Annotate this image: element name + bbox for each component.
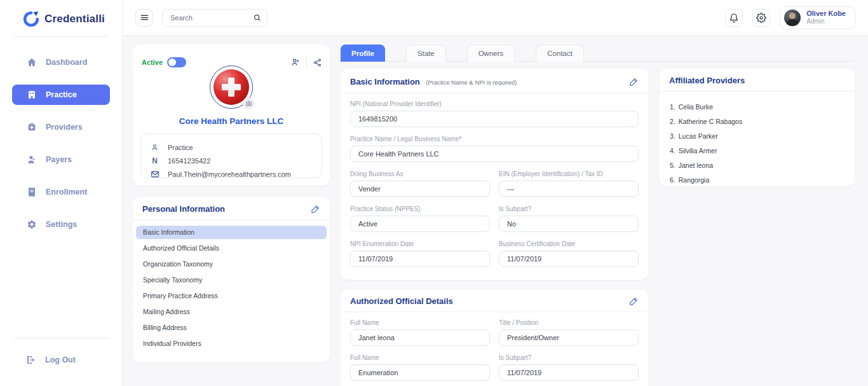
active-toggle[interactable]	[167, 57, 186, 67]
provider-number: 4.	[670, 147, 675, 155]
avatar	[784, 10, 801, 26]
envelope-icon	[150, 170, 159, 179]
affiliated-providers-title: Affiliated Providers	[669, 76, 745, 85]
brand-logo: Credentialli	[0, 0, 122, 27]
npi-icon: N	[150, 156, 159, 165]
practice-icon	[26, 90, 37, 100]
ein-label: EIN (Employer Identification) / Tax ID	[499, 170, 639, 177]
authorized-official-details-title: Authorized Official Details	[350, 296, 453, 306]
basic-information-subtitle: (Practice Name & NPI is required)	[426, 79, 517, 86]
search-icon	[253, 13, 262, 22]
practice-status-label: Practice Status (NPPES)	[350, 205, 490, 212]
settings-button[interactable]	[752, 9, 770, 27]
hamburger-menu-button[interactable]	[135, 9, 153, 27]
list-item-primary-practice-address[interactable]: Primary Practice Address	[136, 289, 327, 303]
sidebar-item-label: Practice	[46, 90, 77, 99]
dba-label: Doing Business As	[350, 170, 490, 177]
list-item-basic-information[interactable]: Basic Information	[136, 226, 327, 239]
person-icon	[150, 143, 159, 151]
practice-name: Core Health Partners LLC	[133, 116, 330, 126]
logout-label: Log Out	[45, 355, 76, 364]
notifications-button[interactable]	[725, 9, 743, 27]
search-input[interactable]	[162, 9, 268, 27]
title-position-label: Title / Position	[499, 319, 639, 326]
practice-type-row: Practice	[150, 141, 322, 154]
dba-field[interactable]	[350, 181, 490, 197]
sidebar-item-label: Settings	[46, 220, 77, 229]
list-item-billing-address[interactable]: Billing Address	[136, 321, 327, 334]
list-item-individual-providers[interactable]: Individual Providers	[136, 337, 327, 350]
provider-number: 6.	[670, 176, 675, 184]
tab-state[interactable]: State	[406, 45, 446, 62]
add-person-icon[interactable]	[290, 57, 301, 67]
npi-label: NPI (National Provider Identifier)	[350, 100, 639, 107]
sidebar-item-providers[interactable]: Providers	[12, 117, 110, 137]
user-name: Oliver Kobe	[806, 10, 846, 18]
bell-icon	[729, 13, 739, 23]
personal-info-list: Basic Information Authorized Official De…	[133, 220, 330, 359]
sidebar-item-dashboard[interactable]: Dashboard	[12, 52, 110, 72]
camera-icon[interactable]	[243, 97, 255, 109]
is-subpart-2-field[interactable]	[499, 364, 639, 381]
search-bar	[162, 9, 268, 27]
sidebar-item-label: Dashboard	[46, 58, 87, 67]
user-role: Admin	[806, 18, 846, 25]
document-icon	[26, 187, 37, 198]
practice-name-field[interactable]	[350, 146, 639, 162]
authorized-official-details-card: Authorized Official Details Full Name Ti…	[341, 289, 648, 386]
logout-icon	[26, 355, 36, 365]
medical-bag-icon	[26, 122, 37, 133]
affiliated-providers-card: Affiliated Providers 1. Celia Burke 2. K…	[660, 69, 855, 186]
provider-name: Janet leona	[679, 162, 713, 169]
full-name-field[interactable]	[350, 329, 490, 346]
personal-information-title: Personal Information	[142, 204, 225, 214]
provider-name: Silvilia Armer	[679, 147, 717, 155]
ein-field[interactable]	[499, 181, 639, 197]
sidebar-nav: Dashboard Practice Providers Payers	[0, 52, 122, 235]
tab-bar: Profile State Owners Contact	[341, 45, 584, 62]
npi-field[interactable]	[350, 111, 639, 127]
edit-icon[interactable]	[629, 77, 639, 86]
tab-contact[interactable]: Contact	[536, 45, 584, 62]
practice-npi-row: N 16541235422	[150, 154, 322, 167]
list-item: 2. Katherine C Rabagos	[670, 114, 844, 128]
share-icon[interactable]	[313, 58, 322, 67]
npi-enumeration-date-label: NPI Enumeration Date	[350, 240, 490, 247]
sidebar-item-settings[interactable]: Settings	[12, 214, 110, 235]
practice-logo	[210, 65, 253, 109]
edit-icon[interactable]	[311, 204, 320, 214]
provider-number: 3.	[670, 132, 675, 140]
basic-information-card: Basic Information (Practice Name & NPI i…	[341, 69, 648, 280]
business-certification-date-label: Business Certification Date	[499, 240, 639, 247]
full-name-label: Full Name	[350, 319, 490, 326]
affiliated-providers-list: 1. Celia Burke 2. Katherine C Rabagos 3.…	[660, 92, 855, 195]
header-actions: Oliver Kobe Admin	[725, 6, 855, 29]
business-certification-date-field[interactable]	[499, 251, 639, 267]
gear-icon	[756, 13, 766, 23]
tab-owners[interactable]: Owners	[467, 45, 515, 62]
full-name-2-label: Full Name	[350, 354, 490, 361]
list-item-specialty-taxonomy[interactable]: Specialty Taxonomy	[136, 273, 327, 287]
sidebar-item-practice[interactable]: Practice	[12, 85, 110, 105]
tab-profile[interactable]: Profile	[341, 45, 385, 62]
list-item-authorized-official-details[interactable]: Authorized Official Details	[136, 242, 327, 255]
list-item-organization-taxonomy[interactable]: Organization Taxonomy	[136, 258, 327, 271]
list-item-mailing-address[interactable]: Mailing Address	[136, 305, 327, 319]
brand-logo-icon	[23, 11, 39, 27]
edit-icon[interactable]	[629, 296, 639, 306]
npi-enumeration-date-field[interactable]	[350, 251, 490, 267]
practice-name-label: Practice Name / Legal Business Name*	[350, 135, 639, 142]
practice-info-box: Practice N 16541235422 Paul.Thein@mycore…	[140, 134, 322, 178]
is-subpart-2-label: Is Subpart?	[499, 354, 639, 361]
practice-status-field[interactable]	[350, 216, 490, 232]
sidebar-divider	[14, 36, 108, 37]
is-subpart-field[interactable]	[499, 216, 639, 232]
title-position-field[interactable]	[499, 329, 639, 346]
sidebar-item-enrollment[interactable]: Enrollment	[12, 182, 110, 202]
full-name-2-field[interactable]	[350, 364, 490, 381]
main-content: Active	[123, 36, 868, 386]
logout-button[interactable]: Log Out	[12, 350, 110, 369]
sidebar-item-payers[interactable]: Payers	[12, 149, 110, 170]
app-root: Credentialli Dashboard Practice Provid	[0, 0, 868, 386]
user-menu[interactable]: Oliver Kobe Admin	[780, 6, 855, 29]
